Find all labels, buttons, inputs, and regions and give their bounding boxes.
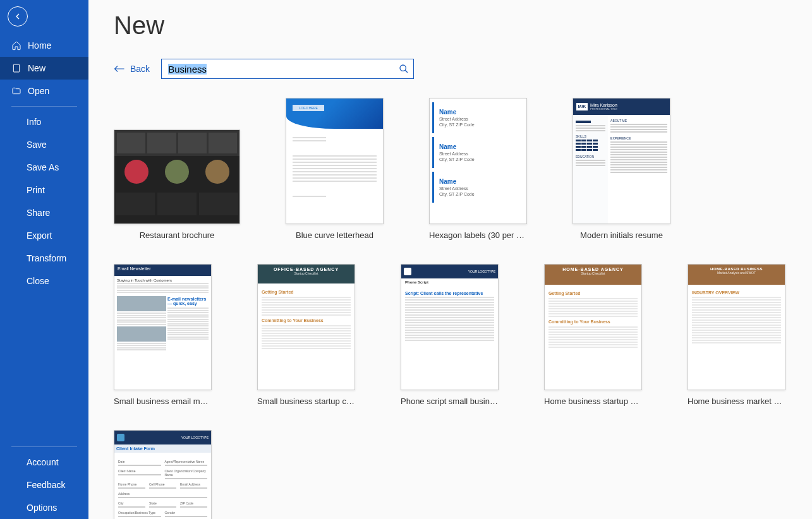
template-thumbnail: YOUR LOGOTYPE Phone Script Script: Clien… — [401, 264, 499, 390]
template-label: Restaurant brochure — [114, 230, 240, 241]
nav-feedback[interactable]: Feedback — [0, 474, 88, 496]
template-label: Home business startup check… — [544, 397, 642, 407]
nav-close[interactable]: Close — [0, 270, 88, 292]
template-thumbnail: HOME-BASED AGENCYStartup Checklist Getti… — [544, 264, 642, 390]
search-icon — [399, 64, 409, 74]
svg-point-1 — [400, 65, 406, 71]
main-content: New Back Restaurant brochur — [88, 0, 812, 519]
back-button[interactable] — [8, 6, 28, 27]
template-thumbnail: OFFICE-BASED AGENCYStartup Checklist Get… — [257, 264, 355, 390]
template-search-input[interactable] — [161, 59, 414, 79]
template-label: Modern initials resume — [573, 230, 670, 241]
template-label: Small business startup checklist — [257, 397, 355, 407]
template-thumbnail: YOUR LOGOTYPE Client Intake Form DateAge… — [114, 430, 212, 519]
back-link[interactable]: Back — [114, 64, 150, 74]
home-icon — [11, 40, 21, 51]
template-thumbnail: NameStreet AddressCity, ST ZIP Code Name… — [429, 98, 527, 224]
template-card[interactable]: M/KMira KarlssonPROFESSIONAL TITLE SKILL… — [573, 98, 670, 241]
search-bar-row: Back — [114, 59, 812, 79]
back-link-label: Back — [130, 64, 150, 74]
divider — [11, 106, 77, 107]
arrow-left-icon — [13, 11, 23, 21]
template-thumbnail: M/KMira KarlssonPROFESSIONAL TITLE SKILL… — [573, 98, 670, 224]
divider — [11, 446, 77, 447]
search-container — [161, 59, 414, 79]
template-card[interactable]: Email Newsletter Staying in Touch with C… — [114, 264, 212, 407]
nav-export[interactable]: Export — [0, 224, 88, 247]
nav-label: Home — [28, 40, 51, 51]
template-thumbnail: HOME-BASED BUSINESSMarket Analysis and S… — [688, 264, 785, 390]
template-thumbnail: Email Newsletter Staying in Touch with C… — [114, 264, 212, 390]
nav-home[interactable]: Home — [0, 34, 88, 57]
nav-transform[interactable]: Transform — [0, 247, 88, 270]
nav-open[interactable]: Open — [0, 80, 88, 102]
template-label: Blue curve letterhead — [286, 230, 384, 241]
nav-options[interactable]: Options — [0, 496, 88, 519]
template-grid: Restaurant brochure LOGO HERE Blue curve… — [114, 98, 812, 519]
template-card[interactable]: LOGO HERE Blue curve letterhead — [286, 98, 384, 241]
nav-share[interactable]: Share — [0, 201, 88, 224]
page-title: New — [114, 11, 812, 40]
open-icon — [11, 86, 21, 96]
template-label: Phone script small business — [401, 397, 499, 407]
template-card[interactable]: HOME-BASED BUSINESSMarket Analysis and S… — [688, 264, 785, 407]
nav-account[interactable]: Account — [0, 451, 88, 474]
template-card[interactable]: YOUR LOGOTYPE Phone Script Script: Clien… — [401, 264, 499, 407]
nav-save-as[interactable]: Save As — [0, 156, 88, 179]
nav-info[interactable]: Info — [0, 110, 88, 133]
nav-label: New — [28, 63, 45, 73]
backstage-sidebar: Home New Open Info Save Save As Print Sh… — [0, 0, 88, 519]
nav-label: Open — [28, 86, 49, 96]
nav-new[interactable]: New — [0, 57, 88, 80]
svg-rect-0 — [13, 64, 19, 72]
template-label: Small business email marketi… — [114, 397, 212, 407]
nav-print[interactable]: Print — [0, 179, 88, 201]
template-card[interactable]: OFFICE-BASED AGENCYStartup Checklist Get… — [257, 264, 355, 407]
template-card[interactable]: YOUR LOGOTYPE Client Intake Form DateAge… — [114, 430, 212, 519]
template-label: Hexagon labels (30 per page) — [429, 230, 527, 241]
template-card[interactable]: HOME-BASED AGENCYStartup Checklist Getti… — [544, 264, 642, 407]
template-card[interactable]: NameStreet AddressCity, ST ZIP Code Name… — [429, 98, 527, 241]
template-card[interactable]: Restaurant brochure — [114, 98, 240, 241]
nav-save[interactable]: Save — [0, 133, 88, 156]
search-button[interactable] — [396, 61, 411, 76]
template-thumbnail: LOGO HERE — [286, 98, 384, 224]
template-thumbnail — [114, 129, 240, 224]
template-label: Home business market analy… — [688, 397, 785, 407]
new-icon — [11, 63, 21, 73]
arrow-left-icon — [114, 65, 125, 73]
